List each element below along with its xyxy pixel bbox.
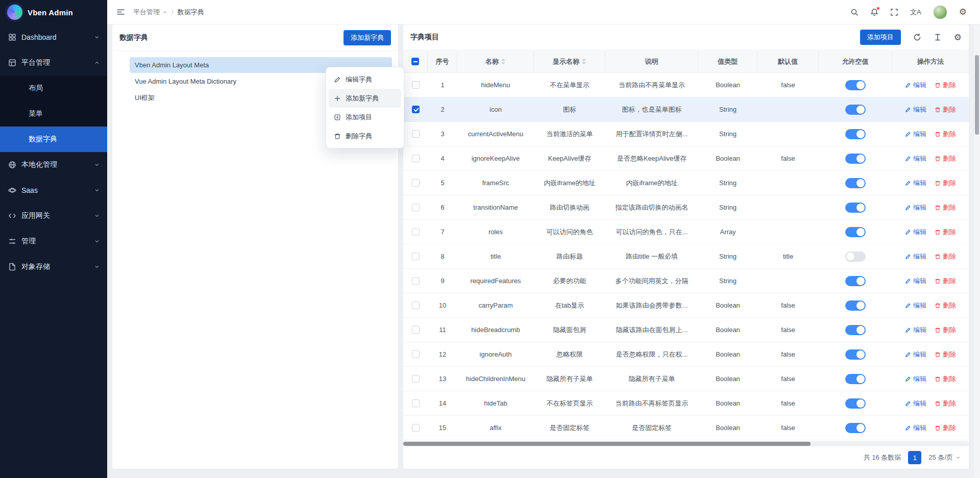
- delete-link[interactable]: 删除: [935, 252, 956, 261]
- notifications-bell-icon[interactable]: [870, 8, 878, 16]
- sidebar-item-menu[interactable]: 菜单: [0, 101, 107, 127]
- row-checkbox[interactable]: [412, 130, 420, 138]
- allow-null-toggle[interactable]: [845, 300, 866, 311]
- allow-null-toggle[interactable]: [845, 80, 866, 90]
- delete-link[interactable]: 删除: [935, 154, 956, 163]
- allow-null-toggle[interactable]: [845, 178, 866, 188]
- delete-link[interactable]: 删除: [935, 374, 956, 384]
- delete-link[interactable]: 删除: [935, 276, 956, 286]
- edit-link[interactable]: 编辑: [905, 130, 926, 139]
- sidebar-item-gateway[interactable]: 应用网关: [0, 203, 107, 229]
- row-checkbox[interactable]: [412, 179, 420, 187]
- allow-null-toggle[interactable]: [845, 203, 866, 213]
- column-settings-icon[interactable]: [954, 33, 962, 42]
- allow-null-toggle[interactable]: [845, 276, 866, 286]
- item-display-name: 隐藏所有子菜单: [534, 367, 605, 391]
- allow-null-toggle[interactable]: [845, 105, 866, 115]
- delete-link[interactable]: 删除: [935, 325, 956, 335]
- settings-gear-icon[interactable]: [959, 8, 967, 16]
- edit-link[interactable]: 编辑: [905, 252, 926, 261]
- allow-null-toggle[interactable]: [845, 129, 866, 139]
- edit-link[interactable]: 编辑: [905, 179, 926, 188]
- delete-link[interactable]: 删除: [935, 350, 956, 359]
- edit-link[interactable]: 编辑: [905, 105, 926, 114]
- add-dictionary-button[interactable]: 添加新字典: [344, 30, 391, 45]
- allow-null-toggle[interactable]: [845, 374, 866, 384]
- edit-link[interactable]: 编辑: [905, 374, 926, 384]
- horizontal-scrollbar-thumb[interactable]: [403, 442, 811, 446]
- delete-link[interactable]: 删除: [935, 179, 956, 188]
- row-checkbox[interactable]: [412, 81, 420, 89]
- edit-link[interactable]: 编辑: [905, 325, 926, 335]
- sidebar-collapse-icon[interactable]: [116, 8, 125, 16]
- delete-link[interactable]: 删除: [935, 105, 956, 114]
- sidebar-item-object-storage[interactable]: 对象存储: [0, 254, 107, 280]
- sort-icon[interactable]: [501, 59, 505, 64]
- language-icon[interactable]: 文A: [910, 8, 921, 17]
- allow-null-toggle[interactable]: [845, 325, 866, 335]
- sort-icon[interactable]: [582, 59, 586, 64]
- app-logo[interactable]: Vben Admin: [0, 0, 107, 24]
- context-menu-edit-dictionary[interactable]: 编辑字典: [329, 70, 401, 89]
- allow-null-toggle[interactable]: [845, 349, 866, 360]
- edit-link[interactable]: 编辑: [905, 399, 926, 408]
- row-checkbox[interactable]: [412, 326, 420, 334]
- sidebar-item-saas[interactable]: Saas: [0, 178, 107, 203]
- search-icon[interactable]: [850, 8, 859, 16]
- row-checkbox[interactable]: [412, 155, 420, 162]
- row-checkbox[interactable]: [412, 301, 420, 309]
- allow-null-toggle[interactable]: [845, 227, 866, 237]
- allow-null-toggle[interactable]: [845, 154, 866, 164]
- column-header-name[interactable]: 名称: [457, 51, 534, 72]
- fullscreen-icon[interactable]: [890, 8, 898, 16]
- delete-link[interactable]: 删除: [935, 301, 956, 310]
- row-height-icon[interactable]: [934, 33, 942, 41]
- row-checkbox[interactable]: [412, 277, 420, 285]
- row-checkbox[interactable]: [412, 204, 420, 211]
- sidebar-item-data-dictionary[interactable]: 数据字典: [0, 127, 107, 152]
- row-checkbox[interactable]: [412, 424, 420, 432]
- sidebar-item-layout[interactable]: 布局: [0, 76, 107, 101]
- edit-link[interactable]: 编辑: [905, 154, 926, 163]
- edit-link[interactable]: 编辑: [905, 301, 926, 310]
- sidebar-item-management[interactable]: 管理: [0, 229, 107, 254]
- delete-link[interactable]: 删除: [935, 228, 956, 237]
- edit-link[interactable]: 编辑: [905, 276, 926, 286]
- page-scrollbar[interactable]: [974, 24, 980, 478]
- delete-link[interactable]: 删除: [935, 399, 956, 408]
- row-checkbox[interactable]: [412, 106, 420, 113]
- allow-null-toggle[interactable]: [845, 251, 866, 262]
- context-menu-delete-dictionary[interactable]: 删除字典: [329, 127, 401, 145]
- edit-link[interactable]: 编辑: [905, 350, 926, 359]
- delete-link[interactable]: 删除: [935, 203, 956, 212]
- edit-link[interactable]: 编辑: [905, 81, 926, 90]
- row-checkbox[interactable]: [412, 375, 420, 383]
- page-1-button[interactable]: 1: [908, 451, 921, 464]
- sidebar-item-dashboard[interactable]: Dashboard: [0, 24, 107, 50]
- allow-null-toggle[interactable]: [845, 398, 866, 409]
- context-menu-add-dictionary[interactable]: 添加新字典: [329, 89, 401, 108]
- page-scrollbar-thumb[interactable]: [975, 55, 979, 135]
- add-item-button[interactable]: 添加项目: [860, 30, 901, 45]
- sidebar-item-localization[interactable]: 本地化管理: [0, 152, 107, 178]
- user-avatar[interactable]: [933, 5, 947, 19]
- edit-link[interactable]: 编辑: [905, 203, 926, 212]
- delete-link[interactable]: 删除: [935, 130, 956, 139]
- select-all-checkbox[interactable]: [411, 58, 419, 65]
- horizontal-scrollbar[interactable]: [403, 441, 969, 446]
- row-checkbox[interactable]: [412, 399, 420, 407]
- row-checkbox[interactable]: [412, 253, 420, 260]
- edit-link[interactable]: 编辑: [905, 228, 926, 237]
- row-checkbox[interactable]: [412, 350, 420, 358]
- delete-link[interactable]: 删除: [935, 423, 956, 433]
- page-size-select[interactable]: 25 条/页: [928, 453, 961, 462]
- edit-link[interactable]: 编辑: [905, 423, 926, 433]
- context-menu-add-item[interactable]: 添加项目: [329, 108, 401, 127]
- allow-null-toggle[interactable]: [845, 423, 866, 433]
- refresh-icon[interactable]: [913, 33, 921, 41]
- row-checkbox[interactable]: [412, 228, 420, 236]
- sidebar-item-platform[interactable]: 平台管理: [0, 50, 107, 76]
- breadcrumb-parent[interactable]: 平台管理: [133, 8, 167, 17]
- column-header-display-name[interactable]: 显示名称: [534, 51, 605, 72]
- delete-link[interactable]: 删除: [935, 81, 956, 90]
